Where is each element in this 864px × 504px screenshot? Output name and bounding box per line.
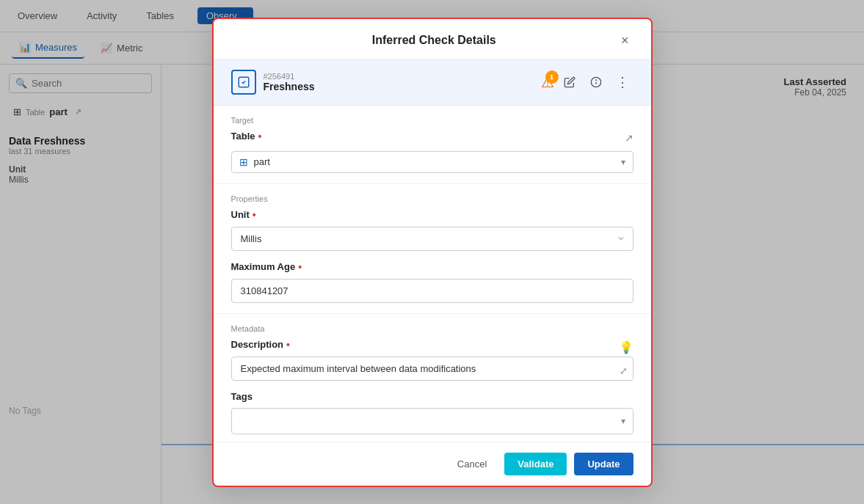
tags-wrapper: Tags ▾ [231,391,634,434]
check-type-icon [231,70,256,95]
tags-select[interactable]: ▾ [231,408,634,434]
unit-select[interactable]: Millis Seconds Minutes Hours Days [231,227,634,251]
max-age-label: Maximum Age • [231,261,634,273]
modal-body: #256491 Freshness ⚠ 1 [214,59,651,442]
desc-expand-icon[interactable]: ⤢ [620,365,628,376]
desc-required: • [286,339,290,351]
modal-inferred-check: Inferred Check Details × #256491 Freshne… [212,18,653,487]
more-options-button[interactable]: ⋮ [611,71,634,93]
modal-footer: Cancel Validate Update [214,442,651,486]
validate-button[interactable]: Validate [504,453,567,475]
cancel-button[interactable]: Cancel [447,453,497,475]
metadata-section: Metadata Description • 💡 Expected maximu… [214,314,651,442]
modal-header: Inferred Check Details × [214,19,651,59]
alert-warning-btn[interactable]: ⚠ 1 [541,73,554,91]
unit-required: • [253,209,256,221]
max-age-required: • [298,261,302,273]
desc-label: Description • [231,339,290,351]
edit-button[interactable] [559,71,581,93]
modal-title: Inferred Check Details [252,34,617,47]
table-grid-icon: ⊞ [239,156,248,168]
max-age-wrapper: Maximum Age • [231,261,634,303]
warning-badge: 1 [545,70,559,84]
target-section: Target Table • ↗ ⊞ part ▾ [214,106,651,184]
check-info: #256491 Freshness [264,72,534,92]
unit-label: Unit • [231,209,634,221]
update-button[interactable]: Update [574,453,633,475]
modal-overlay: Inferred Check Details × #256491 Freshne… [0,0,864,504]
modal-close-button[interactable]: × [617,32,634,48]
desc-header: Description • 💡 [231,339,634,357]
desc-input-wrapper: Expected maximum interval between data m… [231,357,634,381]
properties-section: Properties Unit • Millis Seconds Minutes… [214,184,651,314]
lightbulb-icon: 💡 [619,340,634,354]
table-dropdown-arrow: ▾ [621,157,625,167]
tags-label: Tags [231,391,634,402]
table-expand-icon[interactable]: ↗ [625,132,634,144]
table-select[interactable]: ⊞ part ▾ [231,151,634,173]
info-button[interactable] [585,71,607,93]
max-age-input[interactable] [231,279,634,303]
check-header: #256491 Freshness ⚠ 1 [214,59,651,106]
check-actions: ⚠ 1 [541,71,634,93]
table-label: Table • [231,131,262,142]
tags-dropdown-arrow: ▾ [621,416,625,426]
desc-input[interactable]: Expected maximum interval between data m… [231,357,634,381]
table-required: • [258,131,262,142]
table-field-row: Table • ↗ [231,131,634,148]
